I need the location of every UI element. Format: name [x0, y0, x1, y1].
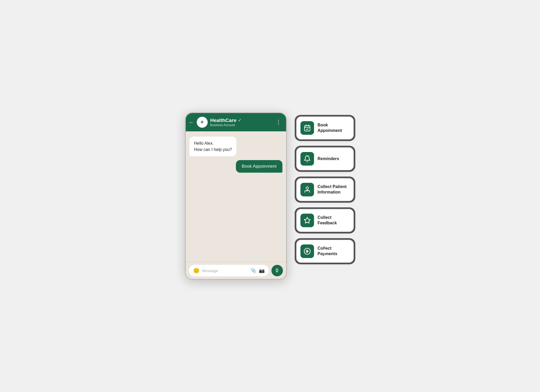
input-bar: 🙂 Message 📎 📷 🎙 — [186, 262, 286, 279]
mic-icon: 🎙 — [275, 268, 280, 274]
chat-header: ← + HealthCare ✔ Business Account ⋮ — [186, 113, 286, 131]
sent-bubble: Book Appoinment — [236, 160, 282, 173]
payments-icon: $ $ — [300, 244, 314, 258]
attach-icon[interactable]: 📎 — [251, 268, 256, 273]
reminders-card-outer: Reminders — [295, 146, 355, 172]
scene: ← + HealthCare ✔ Business Account ⋮ Hell… — [175, 102, 366, 290]
payments-card-outer: $ $ CollectPayments — [295, 238, 355, 264]
chat-area: Hello Alex.How can I help you? Book Appo… — [186, 131, 286, 262]
received-bubble: Hello Alex.How can I help you? — [189, 137, 237, 156]
book-appointment-card-outer: BookAppoinment — [295, 115, 355, 141]
feedback-card-outer: CollectFeedback — [295, 207, 355, 233]
patient-info-card-outer: Collect PatientInformation — [295, 177, 355, 203]
svg-point-5 — [306, 187, 308, 189]
business-account-label: Business Account — [210, 123, 273, 127]
phone-mockup: ← + HealthCare ✔ Business Account ⋮ Hell… — [185, 112, 287, 280]
patient-info-label: Collect PatientInformation — [318, 184, 347, 195]
svg-marker-6 — [304, 217, 310, 223]
patient-info-card[interactable]: Collect PatientInformation — [296, 178, 354, 201]
patient-info-icon — [300, 183, 314, 196]
book-appointment-icon — [300, 121, 314, 135]
book-appointment-card[interactable]: BookAppoinment — [296, 116, 354, 139]
feature-cards-column: BookAppoinment Reminders — [287, 112, 355, 264]
camera-icon[interactable]: 📷 — [259, 268, 265, 273]
book-appointment-label: BookAppoinment — [318, 122, 342, 133]
payments-label: CollectPayments — [318, 246, 338, 257]
brand-name-text: HealthCare — [210, 118, 236, 123]
svg-text:$: $ — [306, 249, 308, 253]
menu-icon[interactable]: ⋮ — [276, 119, 282, 126]
svg-rect-0 — [304, 126, 310, 131]
reminders-card[interactable]: Reminders — [296, 147, 354, 170]
reminders-icon — [300, 152, 314, 166]
payments-card[interactable]: $ $ CollectPayments — [296, 240, 354, 263]
header-name: HealthCare ✔ — [210, 118, 273, 123]
back-button[interactable]: ← — [189, 120, 194, 125]
feedback-card[interactable]: CollectFeedback — [296, 209, 354, 232]
verified-icon: ✔ — [238, 118, 241, 123]
header-info: HealthCare ✔ Business Account — [210, 118, 273, 127]
avatar: + — [197, 117, 208, 128]
emoji-icon[interactable]: 🙂 — [193, 267, 200, 274]
message-input-field[interactable]: 🙂 Message 📎 📷 — [189, 265, 269, 276]
feedback-icon — [300, 214, 314, 227]
mic-button[interactable]: 🎙 — [271, 265, 283, 276]
message-placeholder[interactable]: Message — [202, 268, 248, 273]
feedback-label: CollectFeedback — [318, 215, 337, 226]
reminders-label: Reminders — [318, 156, 339, 162]
